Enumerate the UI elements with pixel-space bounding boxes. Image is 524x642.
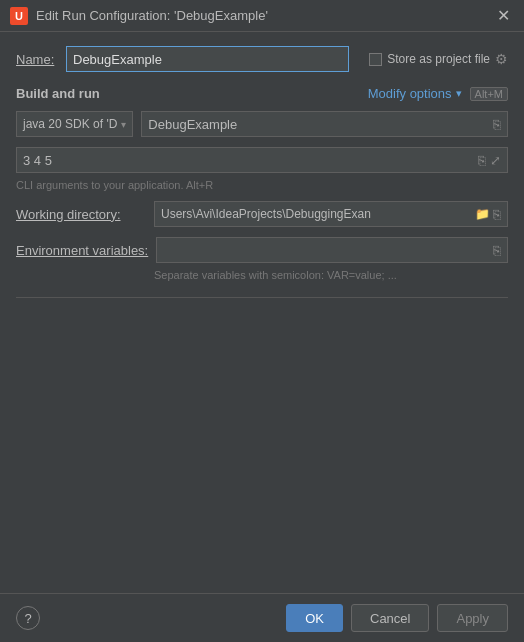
copy-icon[interactable]: ⎘: [493, 117, 501, 132]
dialog-title: Edit Run Configuration: 'DebugExample': [36, 8, 485, 23]
sdk-select[interactable]: java 20 SDK of 'D ▾: [16, 111, 133, 137]
main-class-text: DebugExample: [148, 117, 237, 132]
gear-icon[interactable]: ⚙: [495, 51, 508, 67]
env-vars-label: Environment variables:: [16, 243, 148, 258]
apply-button[interactable]: Apply: [437, 604, 508, 632]
env-vars-field[interactable]: ⎘: [156, 237, 508, 263]
help-button[interactable]: ?: [16, 606, 40, 630]
working-dir-icons: 📁 ⎘: [475, 207, 501, 222]
env-vars-row: Environment variables: ⎘: [16, 237, 508, 263]
section-title: Build and run: [16, 86, 100, 101]
build-and-run-header: Build and run Modify options ▾ Alt+M: [16, 86, 508, 101]
store-project-area: Store as project file ⚙: [369, 51, 508, 67]
modify-options-link[interactable]: Modify options: [368, 86, 452, 101]
expand-icon[interactable]: ⤢: [490, 153, 501, 168]
title-bar: U Edit Run Configuration: 'DebugExample'…: [0, 0, 524, 32]
working-dir-label: Working directory:: [16, 207, 146, 222]
modify-options-area: Modify options ▾ Alt+M: [368, 86, 508, 101]
dialog-body: Name: Store as project file ⚙ Build and …: [0, 32, 524, 593]
spacer: [16, 314, 508, 583]
cancel-button[interactable]: Cancel: [351, 604, 429, 632]
copy-dir-icon[interactable]: ⎘: [493, 207, 501, 222]
sdk-select-text: java 20 SDK of 'D: [23, 117, 117, 131]
app-icon: U: [10, 7, 28, 25]
working-dir-field[interactable]: Users\Avi\IdeaProjects\DebuggingExan 📁 ⎘: [154, 201, 508, 227]
chevron-down-icon: ▾: [456, 87, 462, 100]
bottom-bar: ? OK Cancel Apply: [0, 593, 524, 642]
store-project-checkbox[interactable]: [369, 53, 382, 66]
name-input[interactable]: [66, 46, 349, 72]
svg-text:U: U: [15, 10, 23, 22]
args-text: 3 4 5: [23, 153, 52, 168]
main-class-field[interactable]: DebugExample ⎘: [141, 111, 508, 137]
working-dir-value: Users\Avi\IdeaProjects\DebuggingExan: [161, 207, 371, 221]
copy-env-icon[interactable]: ⎘: [493, 243, 501, 258]
name-row: Name: Store as project file ⚙: [16, 46, 508, 72]
sdk-row: java 20 SDK of 'D ▾ DebugExample ⎘: [16, 111, 508, 137]
separator-hint: Separate variables with semicolon: VAR=v…: [154, 269, 508, 281]
cli-hint: CLI arguments to your application. Alt+R: [16, 179, 508, 191]
bottom-actions: OK Cancel Apply: [286, 604, 508, 632]
folder-icon[interactable]: 📁: [475, 207, 490, 221]
divider: [16, 297, 508, 298]
shortcut-badge: Alt+M: [470, 87, 508, 101]
store-project-label: Store as project file: [387, 52, 490, 66]
name-label: Name:: [16, 52, 56, 67]
close-button[interactable]: ✕: [493, 6, 514, 25]
env-vars-icons: ⎘: [493, 243, 501, 258]
copy-args-icon[interactable]: ⎘: [478, 153, 486, 168]
args-row[interactable]: 3 4 5 ⎘ ⤢: [16, 147, 508, 173]
ok-button[interactable]: OK: [286, 604, 343, 632]
sdk-dropdown-arrow: ▾: [121, 119, 126, 130]
args-icons: ⎘ ⤢: [478, 153, 501, 168]
working-dir-row: Working directory: Users\Avi\IdeaProject…: [16, 201, 508, 227]
